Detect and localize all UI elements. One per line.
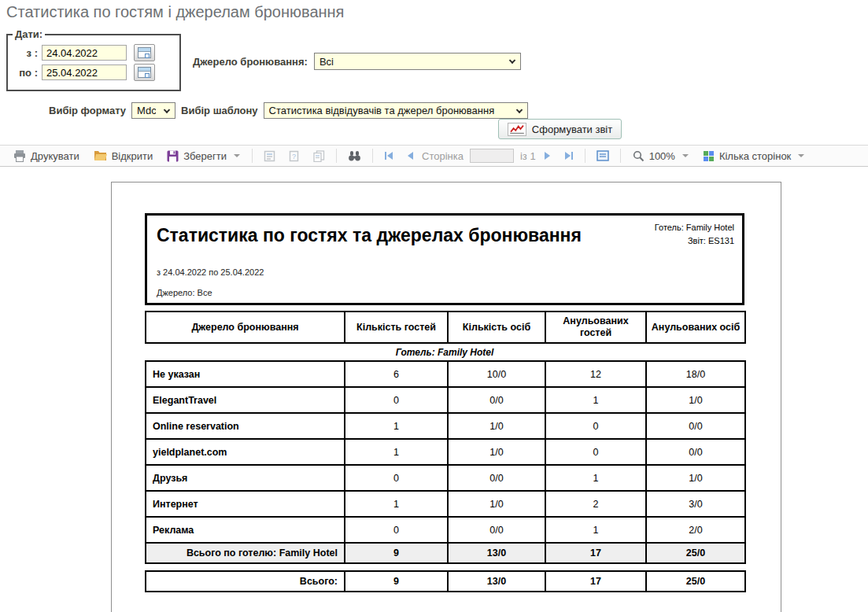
template-select[interactable]: Статистика відвідувачів та джерел бронюв… [264,102,528,119]
row-value: 0/0 [448,517,545,543]
report-source: Джерело: Все [157,288,212,297]
column-header: Джерело бронювання [146,312,345,343]
save-button[interactable]: Зберегти [161,149,246,164]
calendar-icon [138,67,151,78]
row-value: 3/0 [646,491,745,517]
row-value: 2/0 [646,517,745,543]
grand-total-label: Всього: [146,571,345,592]
table-row: Online reservation 1 1/0 0 0/0 [146,413,745,439]
row-value: 1/0 [448,413,545,439]
row-value: 0/0 [646,439,745,465]
row-value: 0/0 [448,387,545,413]
row-label: Online reservation [146,413,345,439]
toolbar-separator [372,149,373,163]
save-icon [167,150,179,162]
row-label: Интернет [146,491,345,517]
zoom-value: 100% [649,150,675,162]
row-value: 0 [345,387,448,413]
search-button[interactable] [343,149,366,163]
date-to-calendar-button[interactable] [134,64,155,81]
row-value: 1/0 [646,465,745,491]
row-value: 1/0 [646,387,745,413]
dates-fieldset: Дати: з : по : [6,28,181,91]
format-label: Вибір формату [49,105,126,116]
single-page-view-button[interactable] [592,149,614,163]
grand-total-value: 25/0 [646,571,745,592]
hotel-total-value: 17 [545,543,646,563]
date-to-row: по : [13,64,175,81]
row-value: 0 [545,439,646,465]
multipage-dropdown-caret-icon [798,154,804,157]
binoculars-icon [348,150,361,161]
open-button[interactable]: Відкрити [88,149,159,164]
calendar-icon [138,47,151,58]
table-row: ElegantTravel 0 0/0 1 1/0 [146,387,745,413]
grand-total-row: Всього: 9 13/0 17 25/0 [146,571,745,592]
last-page-icon [564,151,574,160]
open-label: Відкрити [112,150,153,162]
multiple-pages-button[interactable]: Кілька сторінок [697,149,810,164]
report-code-line: Звіт: ES131 [655,234,734,248]
toolbar-separator [620,149,621,163]
hotel-total-value: 9 [345,543,448,563]
row-value: 1 [545,387,646,413]
print-label: Друкувати [31,150,79,162]
date-to-input[interactable] [42,65,127,80]
row-value: 2 [545,491,646,517]
zoom-dropdown-caret-icon [682,154,689,157]
grand-total-value: 17 [545,571,646,592]
save-dropdown-caret-icon [234,154,240,157]
report-period: з 24.04.2022 по 25.04.2022 [157,267,264,277]
last-page-button[interactable] [560,149,578,162]
hotel-group-header: Готель: Family Hotel [145,344,744,360]
previous-page-icon [406,151,414,160]
table-row: Интернет 1 1/0 2 3/0 [146,491,745,517]
multiple-pages-label: Кілька сторінок [719,150,791,162]
print-button[interactable]: Друкувати [8,149,85,164]
chart-icon [508,123,526,136]
report-page: Статистика по гостях та джерелах бронюва… [111,182,781,612]
row-value: 1/0 [448,491,545,517]
first-page-button[interactable] [379,149,398,162]
row-label: ElegantTravel [146,387,345,413]
generate-report-label: Сформувати звіт [532,124,612,135]
booking-source-select[interactable]: Всі [314,53,521,70]
previous-page-button[interactable] [401,149,419,162]
date-from-calendar-button[interactable] [134,44,155,61]
table-header-row: Джерело бронювання Кількість гостей Кіль… [146,312,745,343]
toolbar-separator [336,149,337,163]
row-value: 1/0 [448,439,545,465]
report-parameters-button [259,149,280,164]
report-hotel-line: Готель: Family Hotel [655,221,734,234]
table-row: yieldplanet.com 1 1/0 0 0/0 [146,439,745,465]
magnifier-icon [633,150,645,162]
row-value: 12 [545,361,646,387]
single-page-view-icon [597,150,609,161]
booking-source-label: Джерело бронювання: [193,56,308,68]
row-value: 0/0 [646,413,745,439]
column-header: Кількість осіб [448,312,545,343]
table-row: Друзья 0 0/0 1 1/0 [146,465,745,491]
date-to-label: по : [13,67,38,79]
column-header: Анульованих гостей [545,312,646,343]
format-select[interactable]: Mdc [131,102,175,119]
page-number-input[interactable] [470,149,514,163]
row-label: Реклама [146,517,345,543]
row-label: Не указан [146,361,345,387]
zoom-button[interactable]: 100% [627,149,694,164]
row-value: 18/0 [646,361,745,387]
row-value: 6 [345,361,448,387]
hotel-total-value: 13/0 [448,543,545,563]
multiple-pages-icon [703,150,715,162]
next-page-button[interactable] [539,149,556,162]
dates-legend: Дати: [13,28,45,40]
report-header-box: Статистика по гостях та джерелах бронюва… [145,213,744,305]
row-value: 10/0 [448,361,545,387]
report-content: Статистика по гостях та джерелах бронюва… [145,213,744,592]
hotel-total-value: 25/0 [646,543,745,563]
generate-report-button[interactable]: Сформувати звіт [498,119,622,139]
date-from-input[interactable] [42,45,127,61]
row-value: 0 [345,517,448,543]
format-template-row: Вибір формату Mdc Вибір шаблону Статисти… [49,102,528,119]
parameters-icon [264,150,275,162]
